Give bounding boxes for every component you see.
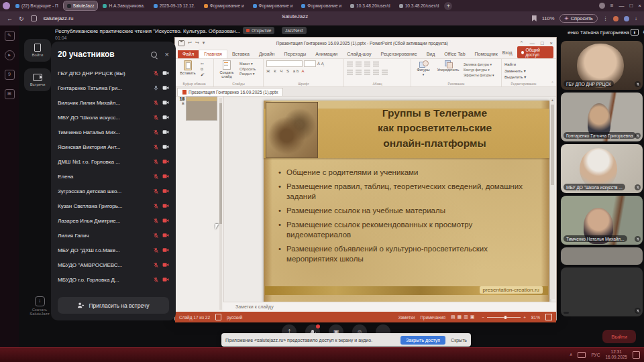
- back-button[interactable]: ←: [7, 15, 13, 22]
- browser-tab[interactable]: Формирование и: [298, 1, 345, 10]
- layout-button[interactable]: Макет ▾: [239, 62, 256, 66]
- copy-icon[interactable]: ⧉: [201, 67, 205, 72]
- ribbon-tab[interactable]: Вид: [422, 50, 440, 58]
- bookmark-icon[interactable]: [532, 15, 537, 21]
- address-bar[interactable]: salutejazz.ru: [44, 15, 74, 21]
- browser-tab[interactable]: 10.3.48.20/user/d: [396, 1, 443, 10]
- notes-panel-icon[interactable]: 9: [5, 70, 15, 80]
- align-right-icon[interactable]: [364, 70, 370, 74]
- video-tile[interactable]: Тимченко Наталья Михайл...: [561, 196, 643, 245]
- ribbon-tab[interactable]: Office Tab: [439, 50, 470, 58]
- align-center-icon[interactable]: [356, 70, 362, 74]
- slide-thumbnail[interactable]: [186, 97, 217, 121]
- participant-row[interactable]: Вильчик Лилия Михайл...: [58, 95, 169, 110]
- ribbon-tab[interactable]: Дизайн: [254, 50, 280, 58]
- view-buttons[interactable]: ▤▦▥▣: [451, 314, 476, 320]
- participant-row[interactable]: Гонтаренко Татьяна Гри...: [58, 80, 169, 95]
- ribbon-options-icon[interactable]: ⌃: [519, 40, 523, 46]
- ribbon-tab[interactable]: Вставка: [227, 50, 254, 58]
- more-menu-icon[interactable]: ⋮: [603, 15, 608, 21]
- paste-button[interactable]: Вставить: [178, 60, 198, 75]
- video-tile[interactable]: МБУ ДО "Школа искусств ...: [561, 144, 643, 193]
- participant-row[interactable]: МБУ ДО "Школа искусс...: [58, 110, 169, 125]
- shape-effects-button[interactable]: Эффекты фигуры ▾: [464, 73, 494, 77]
- tab-file[interactable]: Файл: [178, 50, 199, 58]
- browser-tab[interactable]: SaluteJazz: [64, 1, 98, 10]
- slide-thumbnail-row[interactable]: 19∗: [176, 97, 217, 121]
- line-spacing-icon[interactable]: [373, 62, 379, 66]
- browser-menu-icon[interactable]: ≡: [610, 3, 614, 9]
- window-close-button[interactable]: ×: [638, 3, 641, 9]
- participant-row[interactable]: Елена: [58, 169, 169, 184]
- shape-fill-button[interactable]: Заливка фигуры ▾: [464, 62, 494, 66]
- cut-icon[interactable]: ✄: [201, 62, 205, 66]
- browser-tab[interactable]: Формирование и: [250, 1, 297, 10]
- zoom-control[interactable]: −+: [482, 315, 526, 320]
- login-button[interactable]: Войти: [24, 39, 51, 62]
- participant-row[interactable]: МБУДО "АМВРОСИЕВС...: [58, 257, 169, 272]
- thumbnails-scrollbar[interactable]: [219, 98, 222, 310]
- stop-sharing-button[interactable]: Закрыть доступ: [400, 336, 445, 345]
- notes-toggle[interactable]: Заметки: [398, 315, 415, 320]
- search-icon[interactable]: [151, 52, 157, 58]
- new-tab-button[interactable]: +: [444, 2, 452, 10]
- slideshow-icon[interactable]: ▾: [203, 40, 205, 46]
- slide-scrollbar[interactable]: ▲: [550, 98, 555, 299]
- language-indicator[interactable]: русский: [227, 315, 242, 320]
- keyboard-icon[interactable]: [578, 352, 586, 358]
- hide-toast-button[interactable]: Скрыть: [451, 338, 467, 343]
- shape-outline-button[interactable]: Контур фигуры ▾: [464, 68, 494, 72]
- document-tab[interactable]: Презентация Гонтаренко 16.09.2025 (1).pp…: [177, 88, 283, 96]
- history-panel-icon[interactable]: ▸: [5, 50, 15, 60]
- participant-row[interactable]: Зугрэсская детская шко...: [58, 184, 169, 198]
- fit-slide-icon[interactable]: [545, 314, 552, 320]
- participant-row[interactable]: Тимченко Наталья Мих...: [58, 125, 169, 139]
- shapes-button[interactable]: Фигуры ▾: [414, 60, 433, 76]
- participant-row[interactable]: Лазарев Илья Дмитрие...: [58, 213, 169, 228]
- video-tile[interactable]: [561, 267, 643, 316]
- zoom-level[interactable]: 110%: [542, 15, 555, 21]
- slide-canvas[interactable]: Группы в Телеграме как просветительские …: [264, 101, 549, 303]
- spellcheck-icon[interactable]: [215, 314, 221, 320]
- comments-toggle[interactable]: Примечания: [420, 315, 445, 320]
- participant-row[interactable]: ГБУ ДПО ДНР РРЦСК (Вы): [58, 66, 169, 80]
- save-icon[interactable]: [178, 40, 184, 46]
- tab-home[interactable]: Главная: [199, 50, 227, 58]
- jazznext-window-chip[interactable]: JazzNext: [282, 27, 307, 34]
- font-size-select[interactable]: [304, 60, 316, 67]
- ribbon-tab[interactable]: Переходы: [279, 50, 311, 58]
- browser-profile-avatar[interactable]: [3, 2, 10, 9]
- font-name-select[interactable]: [266, 60, 303, 67]
- participant-row[interactable]: Ясинская Виктория Ант...: [58, 139, 169, 154]
- site-security-icon[interactable]: [31, 15, 37, 21]
- reset-button[interactable]: Сбросить: [239, 67, 256, 71]
- notification-center-icon[interactable]: [633, 351, 640, 359]
- number-list-icon[interactable]: [356, 62, 362, 66]
- browser-tab[interactable]: 10.3.48.20/user/d: [347, 1, 394, 10]
- extension-icon[interactable]: [624, 16, 629, 21]
- close-panel-icon[interactable]: ×: [165, 50, 169, 58]
- chat-panel-icon[interactable]: ✎: [5, 31, 15, 41]
- replace-button[interactable]: Заменить ▾: [504, 68, 526, 73]
- redo-icon[interactable]: ↪: [195, 40, 199, 46]
- browser-tab[interactable]: Н.А.Заводчикова.: [99, 1, 148, 10]
- ribbon-tab[interactable]: Слайд-шоу: [342, 50, 376, 58]
- participant-row[interactable]: Лилия Гапич: [58, 228, 169, 243]
- window-maximize-button[interactable]: □: [629, 3, 633, 9]
- participant-row[interactable]: МБУ ДО "ДХШ г.о.Маке...: [58, 243, 169, 257]
- browser-tab[interactable]: (22) Входящие - П: [12, 1, 62, 10]
- browser-user-avatar[interactable]: [599, 3, 605, 9]
- zoom-percent[interactable]: 81%: [531, 315, 540, 320]
- browser-tab[interactable]: 2025-09-15 12.12.: [150, 1, 199, 10]
- leave-meeting-button[interactable]: Выйти: [602, 330, 636, 343]
- sign-in-link[interactable]: Вход: [502, 50, 513, 55]
- browser-tab[interactable]: Формирование и: [201, 1, 248, 10]
- extension-icon[interactable]: [613, 16, 619, 21]
- meetings-button[interactable]: Встречи: [24, 68, 51, 91]
- new-slide-button[interactable]: Создать слайд: [217, 60, 237, 78]
- ppt-maximize-button[interactable]: □: [541, 40, 544, 46]
- opening-window-chip[interactable]: Открытие: [243, 27, 274, 34]
- ribbon-tab[interactable]: Рецензирование: [376, 50, 422, 58]
- format-painter-icon[interactable]: 🖌: [201, 72, 205, 76]
- arrange-button[interactable]: Упорядочить: [435, 60, 461, 72]
